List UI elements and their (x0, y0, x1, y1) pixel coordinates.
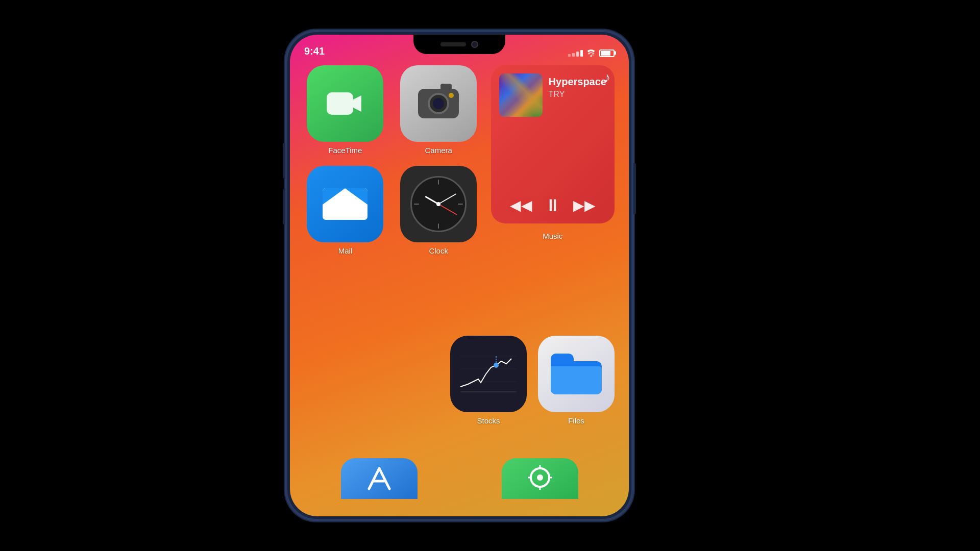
files-icon[interactable] (538, 336, 615, 412)
files-app[interactable]: Files (538, 336, 615, 448)
pause-button[interactable]: ⏸ (544, 195, 561, 215)
camera-notch (440, 84, 452, 90)
stocks-label: Stocks (477, 416, 500, 425)
rewind-button[interactable]: ◀◀ (510, 197, 532, 214)
testflight-icon[interactable] (341, 458, 418, 499)
music-widget[interactable]: Hyperspace TRY ♪ ◀◀ ⏸ ▶▶ (491, 65, 615, 223)
volume-up-button[interactable] (283, 143, 285, 179)
album-image (499, 73, 543, 117)
volume-down-button[interactable] (283, 189, 285, 224)
camera-icon[interactable] (400, 65, 477, 142)
music-top: Hyperspace TRY ♪ (499, 73, 606, 117)
camera-lens-inner (433, 98, 444, 109)
clock-app[interactable]: Clock (398, 166, 480, 255)
findmy-icon[interactable] (502, 458, 578, 499)
facetime-app[interactable]: FaceTime (304, 65, 386, 155)
notch-speaker (440, 42, 466, 46)
signal-icon (568, 50, 583, 57)
files-label: Files (568, 416, 584, 425)
music-controls: ◀◀ ⏸ ▶▶ (499, 195, 606, 215)
notch-camera (471, 41, 478, 48)
music-label: Music (543, 232, 562, 240)
power-button[interactable] (633, 163, 636, 214)
status-icons (568, 49, 615, 57)
clock-label: Clock (429, 246, 448, 255)
app-grid: FaceTime Camera (304, 65, 615, 255)
battery-icon (599, 49, 615, 57)
findmy-app[interactable] (465, 458, 615, 499)
music-album-art (499, 73, 543, 117)
forward-button[interactable]: ▶▶ (573, 197, 596, 214)
bottom-grid: 📊 (304, 336, 615, 448)
mail-label: Mail (338, 246, 353, 255)
memoji-app[interactable]: 📊 (304, 336, 439, 448)
notch (413, 35, 505, 54)
stocks-chart (455, 346, 522, 402)
stocks-icon[interactable] (450, 336, 527, 412)
music-artist: TRY (549, 90, 606, 99)
phone-frame: 9:41 (286, 31, 633, 520)
music-info: Hyperspace TRY (549, 73, 606, 99)
camera-label: Camera (425, 146, 452, 155)
camera-lens (428, 93, 449, 114)
mail-app[interactable]: Mail (304, 166, 386, 255)
facetime-symbol (325, 88, 365, 119)
wifi-icon (586, 49, 596, 57)
svg-point-9 (537, 474, 543, 481)
mail-icon[interactable] (307, 166, 383, 242)
stocks-app[interactable]: Stocks (450, 336, 527, 448)
bottom-grid2 (304, 458, 615, 499)
music-title: Hyperspace (549, 76, 606, 88)
files-folder (551, 354, 602, 394)
camera-app[interactable]: Camera (398, 65, 480, 155)
camera-body (418, 89, 459, 118)
facetime-icon[interactable] (307, 65, 383, 142)
testflight-symbol (359, 463, 400, 494)
testflight-app[interactable] (304, 458, 454, 499)
files-folder-tab (551, 354, 574, 365)
clock-face (410, 176, 467, 232)
camera-flash (449, 93, 454, 98)
mail-envelope (323, 188, 368, 220)
svg-point-0 (590, 55, 592, 57)
music-widget-cell[interactable]: Hyperspace TRY ♪ ◀◀ ⏸ ▶▶ Music (491, 65, 615, 255)
findmy-symbol (520, 463, 560, 494)
facetime-label: FaceTime (328, 146, 362, 155)
music-note-icon: ♪ (603, 69, 610, 86)
phone-screen: 9:41 (290, 35, 629, 516)
clock-icon[interactable] (400, 166, 477, 242)
phone-container: 9:41 (286, 31, 633, 520)
mail-flap (323, 188, 368, 220)
battery-fill (601, 51, 610, 56)
svg-rect-1 (327, 92, 353, 115)
files-folder-front (551, 366, 602, 394)
